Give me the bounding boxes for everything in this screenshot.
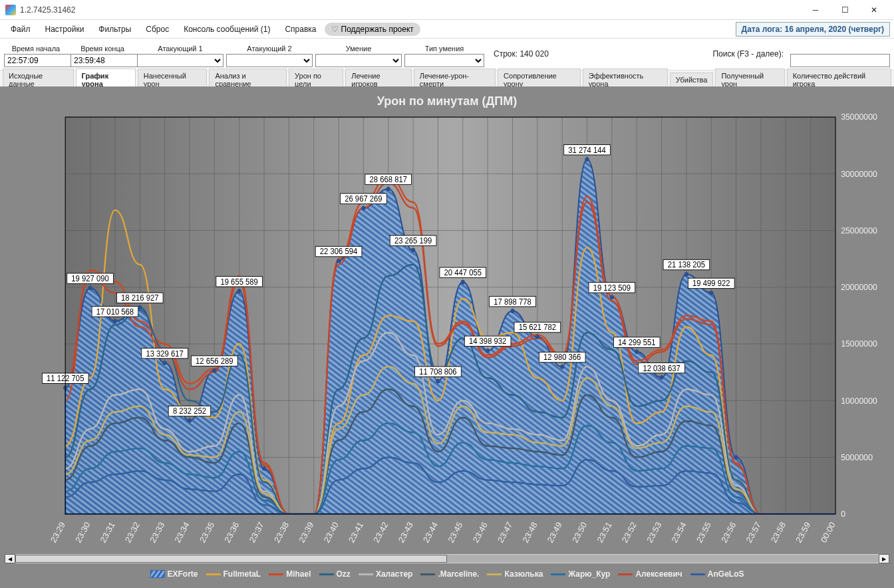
- menu-filters[interactable]: Фильтры: [92, 22, 138, 37]
- legend-label: Mihael: [286, 569, 311, 579]
- maximize-button[interactable]: ☐: [830, 1, 859, 19]
- svg-text:23:51: 23:51: [595, 520, 614, 544]
- svg-text:23:48: 23:48: [520, 520, 539, 544]
- svg-text:23:41: 23:41: [347, 520, 365, 544]
- start-time-label: Время начала: [4, 45, 68, 54]
- svg-point-114: [386, 187, 390, 192]
- svg-text:12 980 366: 12 980 366: [543, 353, 581, 361]
- row-count: Строк: 140 020: [487, 49, 549, 59]
- search-input[interactable]: [790, 54, 890, 67]
- svg-point-147: [660, 375, 664, 380]
- svg-text:23:35: 23:35: [198, 520, 216, 544]
- menu-console[interactable]: Консоль сообщений (1): [177, 22, 277, 37]
- scroll-thumb[interactable]: [15, 555, 447, 563]
- attacker1-label: Атакующий 1: [137, 45, 224, 54]
- skilltype-label: Тип умения: [404, 45, 484, 54]
- svg-point-123: [461, 280, 465, 285]
- svg-text:12 038 637: 12 038 637: [643, 363, 680, 372]
- heart-icon: ♡: [331, 25, 339, 34]
- menu-file[interactable]: Файл: [4, 22, 37, 37]
- svg-text:23:53: 23:53: [645, 520, 663, 544]
- legend-item[interactable]: Халастер: [359, 569, 413, 579]
- legend-item[interactable]: Ozz: [319, 569, 351, 579]
- legend-swatch: [206, 573, 221, 575]
- attacker1-select[interactable]: [137, 54, 224, 67]
- legend-label: FullmetaL: [224, 569, 261, 579]
- svg-point-107: [262, 466, 266, 471]
- menu-help[interactable]: Справка: [278, 22, 323, 37]
- svg-point-101: [212, 368, 216, 373]
- skill-select[interactable]: [315, 54, 402, 67]
- legend-item[interactable]: .Marceline.: [420, 569, 479, 579]
- svg-point-156: [734, 455, 738, 460]
- svg-text:14 299 551: 14 299 551: [618, 338, 655, 347]
- svg-text:23 265 199: 23 265 199: [394, 236, 432, 245]
- svg-text:00:00: 00:00: [819, 520, 837, 544]
- svg-point-117: [411, 248, 415, 253]
- support-button[interactable]: ♡ Поддержать проект: [325, 23, 420, 36]
- svg-point-141: [610, 295, 614, 299]
- svg-text:20 447 055: 20 447 055: [444, 268, 482, 277]
- svg-text:23:31: 23:31: [98, 520, 117, 544]
- svg-point-89: [113, 319, 117, 323]
- svg-text:23:45: 23:45: [446, 520, 464, 544]
- svg-text:23:42: 23:42: [371, 520, 390, 544]
- svg-text:35000000: 35000000: [841, 112, 877, 122]
- legend-item[interactable]: Жарю_Кур: [551, 569, 610, 579]
- svg-text:17 898 778: 17 898 778: [494, 297, 531, 305]
- svg-text:23:32: 23:32: [123, 520, 142, 544]
- svg-point-135: [560, 365, 564, 369]
- legend-item[interactable]: Алексеевич: [618, 569, 682, 579]
- legend-label: AnGeLoS: [708, 569, 744, 579]
- legend-item[interactable]: AnGeLoS: [690, 569, 744, 579]
- svg-point-86: [88, 286, 92, 291]
- legend-swatch: [551, 573, 565, 575]
- svg-text:13 329 617: 13 329 617: [146, 349, 183, 357]
- legend-label: Алексеевич: [635, 569, 682, 579]
- svg-text:18 216 927: 18 216 927: [121, 293, 158, 302]
- svg-text:5000000: 5000000: [841, 452, 873, 462]
- menu-settings[interactable]: Настройки: [39, 22, 91, 37]
- minimize-button[interactable]: ─: [801, 1, 830, 19]
- svg-point-111: [361, 206, 365, 211]
- svg-text:23:52: 23:52: [620, 520, 639, 544]
- tab-9[interactable]: Убийства: [670, 73, 714, 86]
- svg-text:23:57: 23:57: [744, 520, 763, 544]
- legend-item[interactable]: Казюлька: [487, 569, 543, 579]
- svg-text:23:38: 23:38: [272, 520, 291, 544]
- svg-text:23:55: 23:55: [694, 520, 713, 544]
- chart-plot[interactable]: 0500000010000000150000002000000025000000…: [4, 110, 890, 551]
- attacker2-label: Атакующий 2: [226, 45, 313, 54]
- legend-item[interactable]: EXForte: [150, 569, 198, 579]
- skill-label: Умение: [315, 45, 402, 54]
- svg-text:23:54: 23:54: [670, 520, 688, 544]
- svg-text:19 655 589: 19 655 589: [220, 277, 257, 285]
- legend-label: Ozz: [337, 569, 351, 579]
- svg-text:15 621 782: 15 621 782: [519, 323, 556, 331]
- h-scrollbar[interactable]: ◀ ▶: [4, 553, 890, 564]
- legend-item[interactable]: Mihael: [269, 569, 311, 579]
- svg-text:23:34: 23:34: [173, 520, 192, 544]
- svg-point-120: [436, 379, 440, 384]
- scroll-right-icon[interactable]: ▶: [879, 554, 889, 563]
- svg-text:23:50: 23:50: [570, 520, 589, 544]
- legend-swatch: [420, 573, 435, 575]
- svg-point-144: [635, 350, 639, 355]
- scroll-left-icon[interactable]: ◀: [5, 554, 15, 563]
- chart-title: Урон по минутам (ДПМ): [4, 90, 890, 110]
- svg-text:23:33: 23:33: [148, 520, 166, 544]
- svg-text:30000000: 30000000: [841, 168, 877, 179]
- svg-text:23:46: 23:46: [471, 520, 490, 544]
- svg-text:14 398 932: 14 398 932: [469, 337, 506, 345]
- svg-text:23:29: 23:29: [49, 520, 67, 544]
- skilltype-select[interactable]: [404, 54, 484, 67]
- menu-reset[interactable]: Сброс: [139, 22, 176, 37]
- close-button[interactable]: ✕: [859, 1, 889, 19]
- legend-item[interactable]: FullmetaL: [206, 569, 261, 579]
- svg-point-126: [486, 349, 490, 353]
- svg-text:26 967 269: 26 967 269: [345, 194, 382, 203]
- attacker2-select[interactable]: [226, 54, 313, 67]
- app-icon: [5, 5, 16, 15]
- svg-text:8 232 252: 8 232 252: [173, 406, 206, 415]
- svg-text:28 668 817: 28 668 817: [370, 175, 407, 184]
